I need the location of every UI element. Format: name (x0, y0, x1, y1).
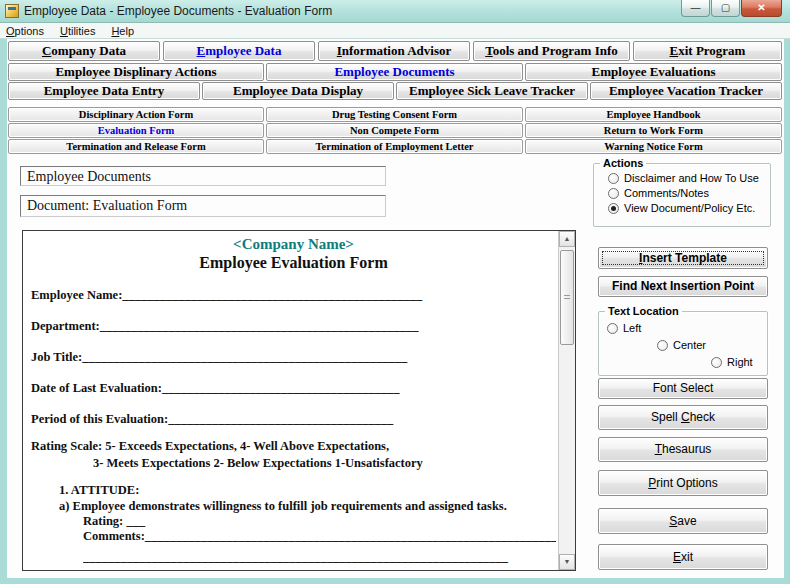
app-window: Employee Data - Employee Documents - Eva… (0, 0, 790, 584)
tab-employee-documents[interactable]: Employee Documents (266, 63, 523, 81)
menu-bar: Options Utilities Help (0, 22, 790, 39)
caption-buttons: — ▢ ✕ (680, 0, 782, 17)
print-options-button[interactable]: Print Options (598, 470, 768, 496)
document-viewer[interactable]: <Company Name> Employee Evaluation Form … (22, 230, 576, 571)
tab-employee-evaluations[interactable]: Employee Evaluations (525, 63, 782, 81)
radio-comments-notes[interactable]: Comments/Notes (608, 187, 770, 199)
radio-text-center-icon (657, 340, 668, 351)
tab-employee-data-display[interactable]: Employee Data Display (202, 82, 394, 100)
radio-disclaimer-icon (608, 173, 619, 184)
document-content: <Company Name> Employee Evaluation Form … (23, 231, 558, 570)
scroll-down-icon[interactable]: ▼ (559, 554, 575, 570)
radio-disclaimer[interactable]: Disclaimer and How To Use (608, 172, 770, 184)
exit-button[interactable]: Exit (598, 544, 768, 570)
save-button[interactable]: Save (598, 508, 768, 534)
form-termination-employment-letter[interactable]: Termination of Employment Letter (266, 139, 523, 154)
minimize-button[interactable]: — (681, 0, 710, 17)
form-disciplinary-action[interactable]: Disciplinary Action Form (8, 107, 264, 122)
section-label-box: Employee Documents (20, 166, 386, 186)
radio-comments-notes-icon (608, 188, 619, 199)
menu-utilities[interactable]: Utilities (60, 25, 95, 37)
radio-disclaimer-label: Disclaimer and How To Use (624, 172, 759, 184)
doc-line: Job Title:______________________________… (31, 350, 556, 365)
form-termination-release[interactable]: Termination and Release Form (8, 139, 264, 154)
tab-tools-program-info[interactable]: Tools and Program Info (473, 41, 630, 61)
doc-line: ________________________________________… (83, 550, 556, 565)
form-return-to-work[interactable]: Return to Work Form (525, 123, 782, 138)
doc-line: Rating: ___ (83, 514, 556, 529)
menu-options[interactable]: Options (6, 25, 44, 37)
window-title: Employee Data - Employee Documents - Eva… (24, 4, 332, 18)
maximize-button[interactable]: ▢ (711, 0, 740, 17)
doc-company-title: <Company Name> (31, 236, 556, 253)
radio-view-document-label: View Document/Policy Etc. (624, 202, 755, 214)
doc-line: Period of this Evaluation:______________… (31, 412, 556, 427)
actions-groupbox: Actions Disclaimer and How To Use Commen… (593, 163, 771, 227)
tab-information-advisor[interactable]: Information Advisor (318, 41, 470, 61)
spell-check-button[interactable]: Spell Check (598, 405, 768, 430)
radio-comments-notes-label: Comments/Notes (624, 187, 709, 199)
form-drug-testing-consent[interactable]: Drug Testing Consent Form (266, 107, 523, 122)
doc-form-title: Employee Evaluation Form (31, 253, 556, 272)
tab-company-data[interactable]: Company Data (8, 41, 160, 61)
tab-employee-sick-leave-tracker[interactable]: Employee Sick Leave Tracker (396, 82, 588, 100)
text-location-title: Text Location (605, 305, 682, 317)
doc-line: Rating Scale: 5- Exceeds Expectations, 4… (31, 439, 556, 454)
insert-template-button[interactable]: Insert Template (598, 247, 768, 269)
radio-view-document-icon (608, 203, 619, 214)
thesaurus-button[interactable]: Thesaurus (598, 437, 768, 462)
actions-group-title: Actions (600, 157, 646, 169)
font-select-button[interactable]: Font Select (598, 378, 768, 399)
radio-text-left[interactable]: Left (607, 322, 641, 334)
form-employee-handbook[interactable]: Employee Handbook (525, 107, 782, 122)
title-bar: Employee Data - Employee Documents - Eva… (0, 0, 790, 22)
radio-text-center[interactable]: Center (657, 339, 706, 351)
doc-line: 1. ATTITUDE: (59, 483, 556, 498)
radio-text-left-icon (607, 323, 618, 334)
scroll-thumb[interactable] (560, 250, 574, 345)
find-next-insertion-point-button[interactable]: Find Next Insertion Point (598, 276, 768, 297)
radio-text-right-label: Right (727, 356, 753, 368)
form-non-compete[interactable]: Non Compete Form (266, 123, 523, 138)
form-evaluation[interactable]: Evaluation Form (8, 123, 264, 138)
radio-view-document[interactable]: View Document/Policy Etc. (608, 202, 770, 214)
tab-employee-disciplinary-actions[interactable]: Employee Displinary Actions (8, 63, 264, 81)
radio-text-right[interactable]: Right (711, 356, 753, 368)
document-label-box: Document: Evaluation Form (20, 195, 386, 217)
tab-exit-program[interactable]: Exit Program (633, 41, 782, 61)
content-frame: Company Data Employee Data Information A… (0, 39, 790, 584)
doc-line: Department:_____________________________… (31, 319, 556, 334)
tab-employee-data[interactable]: Employee Data (163, 41, 315, 61)
menu-help[interactable]: Help (111, 25, 134, 37)
radio-text-center-label: Center (673, 339, 706, 351)
radio-text-left-label: Left (623, 322, 641, 334)
tab-employee-vacation-tracker[interactable]: Employee Vacation Tracker (590, 82, 782, 100)
tab-employee-data-entry[interactable]: Employee Data Entry (8, 82, 200, 100)
close-button[interactable]: ✕ (741, 0, 782, 17)
doc-line: a) Employee demonstrates willingness to … (59, 499, 556, 514)
form-warning-notice[interactable]: Warning Notice Form (525, 139, 782, 154)
scroll-up-icon[interactable]: ▲ (559, 231, 575, 247)
text-location-groupbox: Text Location Left Center Right (598, 311, 768, 376)
document-scrollbar[interactable]: ▲ ▼ (558, 231, 575, 570)
app-icon (5, 4, 19, 18)
doc-line: Comments:_______________________________… (83, 529, 556, 544)
radio-text-right-icon (711, 357, 722, 368)
doc-line: 3- Meets Expectations 2- Below Expectati… (93, 456, 556, 471)
doc-line: Employee Name:__________________________… (31, 288, 556, 303)
doc-line: Date of Last Evaluation:________________… (31, 381, 556, 396)
